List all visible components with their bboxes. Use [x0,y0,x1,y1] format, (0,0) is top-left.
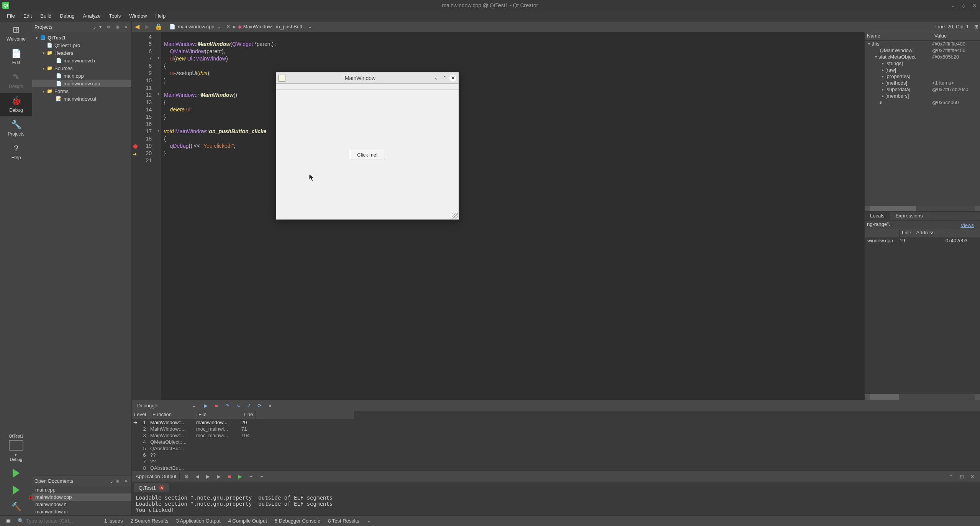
tree-item[interactable]: ▾📘QtTest1 [32,34,131,41]
step-over-button[interactable]: ↷ [223,402,231,409]
open-doc-item[interactable]: mainwindow.h [32,501,131,508]
status-compile[interactable]: 4 Compile Output [225,517,270,525]
status-debugger-console[interactable]: 5 Debugger Console [272,517,323,525]
resize-grip-icon[interactable] [452,213,458,219]
filter-icon[interactable]: ⚙ [183,473,190,480]
file-selector[interactable]: 📄mainwindow.cpp⌄ [166,23,224,30]
stack-view[interactable]: Level Function File Line ➔1MainWindow::.… [132,411,354,470]
close-icon[interactable]: ✕ [449,75,456,82]
stack-frame[interactable]: 5QAbstractBut... [132,445,354,452]
menu-analyze[interactable]: Analyze [79,11,105,20]
close-panel-icon[interactable]: ✕ [122,478,129,484]
rerun-icon[interactable]: ▶ [215,473,223,480]
tree-item[interactable]: 📄main.cpp [32,72,131,80]
run-button[interactable] [0,465,32,482]
tab-expressions[interactable]: Expressions [890,212,929,220]
locals-row[interactable]: ▸[members] [865,93,980,99]
split-editor-icon[interactable]: ⊞ [974,24,978,29]
locals-tree[interactable]: ▾this@0x7fffffffe400[QMainWindow]@0x7fff… [865,41,980,206]
nav-forward-button[interactable]: ▶ [143,23,151,30]
continue-button[interactable]: ▶ [202,402,210,409]
debug-run-button[interactable]: 🐞 [0,482,32,498]
menu-file[interactable]: File [3,11,19,20]
lock-icon[interactable]: 🔒 [153,23,164,30]
debuggee-titlebar[interactable]: MainWindow ⌄ ⌃ ✕ [276,72,459,84]
open-doc-item[interactable]: mainwindow.cpp [32,493,131,501]
thread-row[interactable]: window.cpp 19 0x402e03 [865,237,980,244]
tab-locals[interactable]: Locals [865,212,890,220]
open-doc-item[interactable]: main.cpp [32,486,131,493]
status-app-output[interactable]: 3 Application Output [173,517,223,525]
open-doc-item[interactable]: mainwindow.ui [32,508,131,515]
tree-item[interactable]: 📄mainwindow.h [32,57,131,64]
minus-icon[interactable]: − [258,473,265,480]
locals-row[interactable]: ▸[methods]<1 items> [865,80,980,86]
stack-frame[interactable]: 7?? [132,458,354,465]
status-test[interactable]: 8 Test Results [325,517,362,525]
locals-row[interactable]: [QMainWindow]@0x7fffffffe400 [865,47,980,54]
next-icon[interactable]: ▶ [204,473,212,480]
tree-item[interactable]: 📄mainwindow.cpp [32,80,131,87]
stack-frame[interactable]: 8QAbstractBut... [132,465,354,470]
split-icon[interactable]: ⊞ [114,478,121,484]
tree-item[interactable]: ▾📁Headers [32,49,131,57]
menu-tools[interactable]: Tools [105,11,125,20]
minimize-icon[interactable]: ⌄ [433,75,439,82]
toggle-sidebar-icon[interactable]: ▣ [3,517,14,525]
mode-debug[interactable]: 🐞Debug [0,93,32,116]
locals-row[interactable]: ▸[raw] [865,67,980,73]
step-out-button[interactable]: ↗ [244,402,253,409]
locals-row[interactable]: ▸[superdata]@0x7fff7db20c0 [865,86,980,93]
locator[interactable]: 🔍 [15,518,100,524]
close-panel-icon[interactable]: ✕ [122,24,129,30]
mode-edit[interactable]: 📄Edit [0,45,32,69]
maximize-icon[interactable]: ⌃ [441,75,448,82]
chevron-down-icon[interactable]: ⌄ [93,24,97,30]
locals-row[interactable]: ui@0x6ceb60 [865,99,980,106]
code-editor[interactable]: 4567891011121314151617181920➔21 ▾▾▾ Main… [132,32,864,400]
filter-icon[interactable]: ▼ [97,24,104,30]
maximize-icon[interactable]: ◇ [960,2,967,9]
hash-icon[interactable]: # [233,24,235,29]
stack-frame[interactable]: 4QMetaObject::... [132,439,354,445]
horizontal-scrollbar[interactable] [865,206,980,211]
close-file-button[interactable]: ✕ [226,24,230,29]
menu-debug[interactable]: Debug [56,11,78,20]
status-search[interactable]: 2 Search Results [127,517,171,525]
tree-item[interactable]: 📝mainwindow.ui [32,95,131,103]
mode-projects[interactable]: 🔧Projects [0,116,32,140]
chevron-down-icon[interactable]: ⌄ [364,517,374,525]
mode-design[interactable]: ✎Design [0,69,32,93]
output-tab[interactable]: QtTest1 ✕ [134,483,169,492]
up-icon[interactable]: ⌃ [947,473,955,480]
menu-window[interactable]: Window [125,11,151,20]
minimize-icon[interactable]: ⌄ [949,2,956,9]
horizontal-scrollbar[interactable] [865,394,980,400]
mode-help[interactable]: ?Help [0,140,32,164]
locals-row[interactable]: ▸[strings] [865,60,980,67]
attach-icon[interactable]: ▶ [236,473,244,480]
step-into-button[interactable]: ↘ [234,402,242,409]
close-icon[interactable]: ✕ [969,473,976,480]
plus-icon[interactable]: + [247,473,255,480]
stack-frame[interactable]: 6?? [132,452,354,458]
locals-row[interactable]: ▸[properties] [865,73,980,80]
settings-icon[interactable]: ≡ [266,402,274,409]
menu-build[interactable]: Build [36,11,55,20]
stop-debug-button[interactable]: ■ [212,402,221,409]
menu-edit[interactable]: Edit [20,11,36,20]
debuggee-window[interactable]: MainWindow ⌄ ⌃ ✕ Click me! [276,72,459,220]
chevron-down-icon[interactable]: ⌄ [110,478,114,484]
click-me-button[interactable]: Click me! [350,150,385,160]
output-body[interactable]: Loadable section ".note.gnu.property" ou… [132,492,980,515]
close-icon[interactable]: ⊗ [971,2,978,9]
tree-item[interactable]: ▾📁Forms [32,87,131,95]
tree-item[interactable]: ▾📁Sources [32,64,131,72]
kit-selector[interactable]: QtTest1 ▸ Debug [0,431,32,465]
restart-button[interactable]: ⟳ [255,402,264,409]
status-issues[interactable]: 1 Issues [101,517,126,525]
tree-item[interactable]: 📄QtTest1.pro [32,41,131,49]
stack-frame[interactable]: 3MainWindow::...moc_mainwi...104 [132,432,354,439]
stop-icon[interactable]: ■ [226,473,233,480]
locals-row[interactable]: ▾this@0x7fffffffe400 [865,41,980,47]
